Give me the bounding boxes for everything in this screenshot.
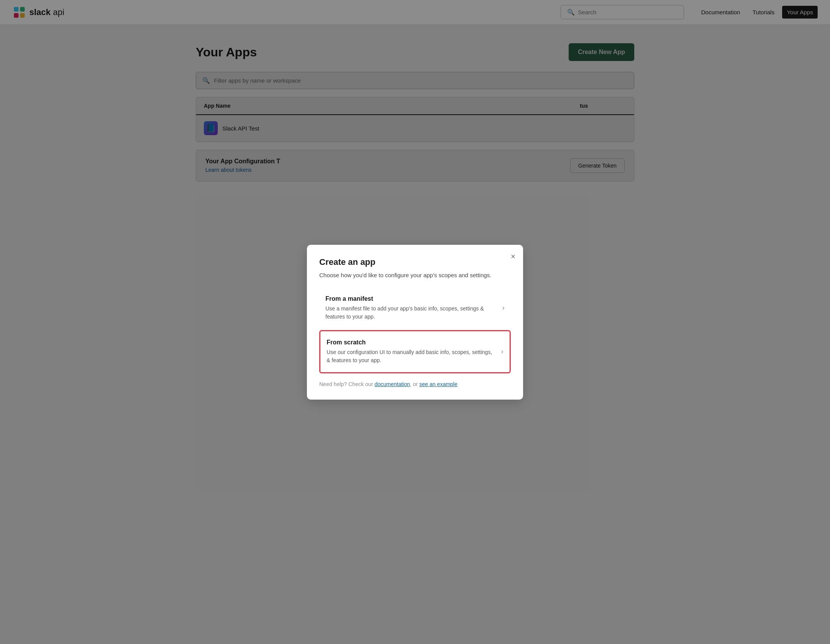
see-example-link[interactable]: see an example	[419, 381, 457, 387]
option-manifest-description: Use a manifest file to add your app's ba…	[325, 305, 496, 321]
help-text: Need help? Check our documentation, or s…	[319, 381, 511, 387]
chevron-right-icon: ›	[502, 304, 505, 312]
option-scratch-content: From scratch Use our configuration UI to…	[327, 339, 495, 364]
option-scratch-description: Use our configuration UI to manually add…	[327, 348, 495, 364]
modal-close-button[interactable]: ×	[511, 253, 515, 260]
option-manifest-title: From a manifest	[325, 295, 496, 302]
option-manifest-content: From a manifest Use a manifest file to a…	[325, 295, 496, 321]
modal-overlay[interactable]: Create an app × Choose how you'd like to…	[0, 0, 830, 644]
chevron-right-icon-2: ›	[501, 347, 503, 356]
modal: Create an app × Choose how you'd like to…	[307, 245, 523, 400]
option-from-scratch[interactable]: From scratch Use our configuration UI to…	[319, 330, 511, 373]
modal-subtitle: Choose how you'd like to configure your …	[319, 272, 511, 278]
option-from-manifest[interactable]: From a manifest Use a manifest file to a…	[319, 288, 511, 329]
modal-title: Create an app	[319, 257, 511, 267]
documentation-link[interactable]: documentation	[374, 381, 410, 387]
option-scratch-title: From scratch	[327, 339, 495, 346]
